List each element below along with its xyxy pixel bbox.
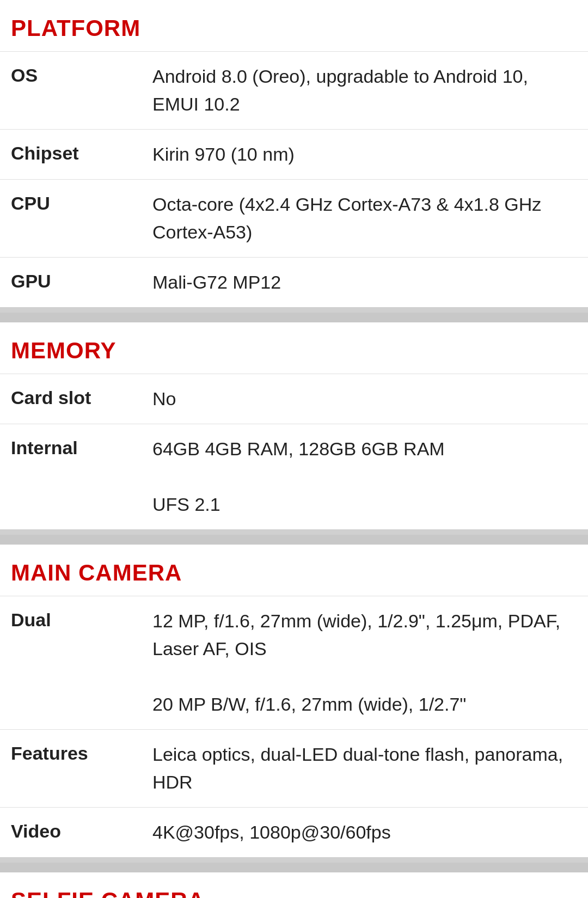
spec-label: CPU: [11, 191, 152, 214]
spec-row: Video4K@30fps, 1080p@30/60fps: [0, 807, 588, 857]
section-main-camera: MAIN CAMERADual12 MP, f/1.6, 27mm (wide)…: [0, 545, 588, 863]
spec-value: Android 8.0 (Oreo), upgradable to Androi…: [152, 63, 577, 118]
spec-label: Features: [11, 741, 152, 764]
spec-row: Dual12 MP, f/1.6, 27mm (wide), 1/2.9", 1…: [0, 596, 588, 729]
spec-row: CPUOcta-core (4x2.4 GHz Cortex-A73 & 4x1…: [0, 179, 588, 257]
section-memory: MEMORYCard slotNoInternal64GB 4GB RAM, 1…: [0, 322, 588, 535]
spec-value: Kirin 970 (10 nm): [152, 140, 577, 168]
spec-row: ChipsetKirin 970 (10 nm): [0, 129, 588, 179]
spec-value: Octa-core (4x2.4 GHz Cortex-A73 & 4x1.8 …: [152, 191, 577, 246]
section-header-memory: MEMORY: [0, 322, 588, 374]
spec-row: GPUMali-G72 MP12: [0, 257, 588, 307]
spec-label: OS: [11, 63, 152, 86]
section-header-selfie-camera: SELFIE CAMERA: [0, 872, 588, 898]
section-divider: [0, 313, 588, 322]
spec-label: Card slot: [11, 385, 152, 408]
spec-label: GPU: [11, 268, 152, 292]
spec-value: 64GB 4GB RAM, 128GB 6GB RAMUFS 2.1: [152, 435, 577, 518]
section-divider: [0, 535, 588, 545]
spec-value: Mali-G72 MP12: [152, 268, 577, 296]
section-selfie-camera: SELFIE CAMERASingle8 MP, f/2.0, 26mm (wi…: [0, 872, 588, 898]
section-platform: PLATFORMOSAndroid 8.0 (Oreo), upgradable…: [0, 0, 588, 313]
spec-row: FeaturesLeica optics, dual-LED dual-tone…: [0, 729, 588, 807]
spec-label: Video: [11, 818, 152, 842]
section-header-main-camera: MAIN CAMERA: [0, 545, 588, 596]
spec-row: Card slotNo: [0, 374, 588, 424]
spec-value: 12 MP, f/1.6, 27mm (wide), 1/2.9", 1.25μ…: [152, 607, 577, 718]
spec-value: 4K@30fps, 1080p@30/60fps: [152, 818, 577, 846]
spec-row: Internal64GB 4GB RAM, 128GB 6GB RAMUFS 2…: [0, 424, 588, 529]
spec-value: No: [152, 385, 577, 413]
section-divider: [0, 863, 588, 872]
spec-label: Dual: [11, 607, 152, 631]
spec-row: OSAndroid 8.0 (Oreo), upgradable to Andr…: [0, 51, 588, 129]
spec-value: Leica optics, dual-LED dual-tone flash, …: [152, 741, 577, 796]
spec-label: Internal: [11, 435, 152, 459]
section-header-platform: PLATFORM: [0, 0, 588, 51]
spec-label: Chipset: [11, 140, 152, 164]
spec-sheet: PLATFORMOSAndroid 8.0 (Oreo), upgradable…: [0, 0, 588, 898]
